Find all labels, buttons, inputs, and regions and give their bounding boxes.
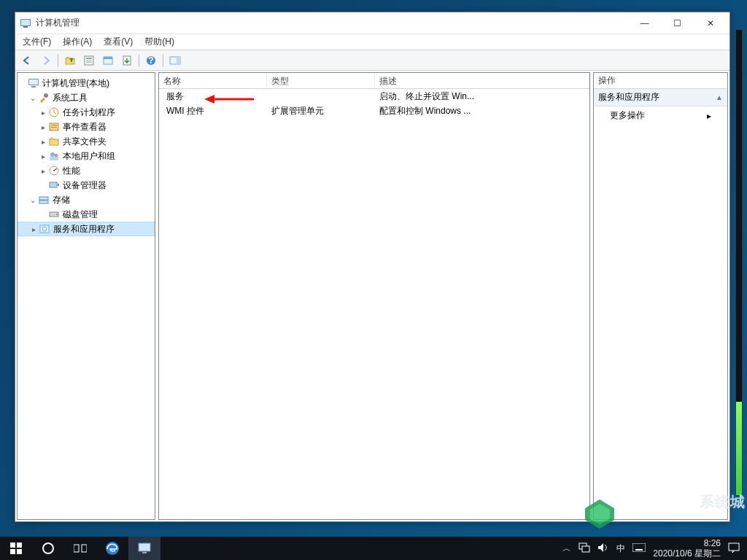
tree-label: 事件查看器 bbox=[63, 121, 107, 133]
minimize-button[interactable]: — bbox=[628, 13, 661, 34]
column-desc[interactable]: 描述 bbox=[375, 73, 589, 88]
tree-shared-folders[interactable]: ▸共享文件夹 bbox=[18, 134, 155, 149]
toolbar-back-button[interactable] bbox=[18, 52, 36, 69]
tree-performance[interactable]: ▸性能 bbox=[18, 163, 155, 178]
ime-indicator[interactable]: 中 bbox=[616, 542, 625, 555]
maximize-button[interactable]: ☐ bbox=[661, 13, 694, 34]
tree-device-manager[interactable]: ▸设备管理器 bbox=[18, 178, 155, 192]
tree-label: 服务和应用程序 bbox=[53, 223, 115, 236]
keyboard-icon[interactable] bbox=[632, 543, 646, 554]
svg-rect-56 bbox=[82, 545, 87, 552]
list-cell: 服务 bbox=[166, 90, 184, 103]
svg-point-54 bbox=[43, 543, 53, 553]
tree-label: 存储 bbox=[53, 194, 70, 206]
tree-system-tools[interactable]: ⌄ 系统工具 bbox=[18, 90, 155, 105]
menu-file[interactable]: 文件(F) bbox=[17, 34, 57, 50]
svg-rect-51 bbox=[17, 542, 22, 548]
actions-section[interactable]: 服务和应用程序 ▲ bbox=[594, 89, 727, 106]
tree-disk-management[interactable]: ▸磁盘管理 bbox=[18, 207, 155, 222]
content-area: ▸ 计算机管理(本地) ⌄ 系统工具 ▸任务计划程序 bbox=[15, 71, 729, 521]
list-body: 服务 启动、终止并设置 Win... WMI 控件 扩展管理单元 配置和控制 W… bbox=[159, 89, 589, 118]
menubar: 文件(F) 操作(A) 查看(V) 帮助(H) bbox=[15, 34, 729, 50]
actions-pane: 操作 服务和应用程序 ▲ 更多操作 ▸ bbox=[593, 72, 728, 520]
tree-services-apps[interactable]: ▸ 服务和应用程序 bbox=[18, 222, 155, 236]
toolbar-separator bbox=[139, 54, 139, 67]
svg-point-34 bbox=[56, 214, 58, 215]
chevron-right-icon[interactable]: ▸ bbox=[38, 109, 48, 117]
svg-text:?: ? bbox=[148, 55, 153, 66]
svg-rect-30 bbox=[58, 184, 59, 186]
svg-rect-16 bbox=[29, 79, 38, 85]
start-button[interactable] bbox=[0, 537, 32, 560]
svg-rect-7 bbox=[86, 62, 92, 63]
svg-rect-31 bbox=[39, 197, 48, 200]
chevron-right-icon[interactable]: ▸ bbox=[38, 123, 48, 131]
list-header: 名称 类型 描述 bbox=[159, 73, 589, 89]
toolbar-separator bbox=[58, 54, 58, 67]
svg-rect-22 bbox=[51, 127, 57, 128]
tree-label: 设备管理器 bbox=[63, 179, 107, 192]
svg-rect-52 bbox=[10, 549, 15, 554]
services-apps-icon bbox=[39, 223, 50, 235]
taskbar-computer-management[interactable] bbox=[128, 537, 160, 560]
list-pane: 名称 类型 描述 服务 启动、终止并设置 Win... WMI 控件 bbox=[158, 72, 590, 520]
chevron-right-icon[interactable]: ▸ bbox=[38, 138, 48, 146]
column-type[interactable]: 类型 bbox=[267, 73, 375, 88]
column-name[interactable]: 名称 bbox=[159, 73, 267, 88]
cortana-button[interactable] bbox=[32, 537, 64, 560]
toolbar-up-button[interactable] bbox=[61, 52, 79, 69]
chevron-down-icon[interactable]: ⌄ bbox=[28, 94, 38, 102]
tree-storage[interactable]: ⌄ 存储 bbox=[18, 192, 155, 207]
tree-label: 共享文件夹 bbox=[63, 136, 107, 148]
tree-event-viewer[interactable]: ▸事件查看器 bbox=[18, 120, 155, 134]
tree-task-scheduler[interactable]: ▸任务计划程序 bbox=[18, 105, 155, 120]
menu-help[interactable]: 帮助(H) bbox=[139, 34, 180, 50]
clock-icon bbox=[48, 106, 60, 118]
chevron-right-icon: ▸ bbox=[707, 111, 711, 121]
menu-action[interactable]: 操作(A) bbox=[57, 34, 98, 50]
task-view-button[interactable] bbox=[64, 537, 96, 560]
toolbar-refresh-button[interactable] bbox=[99, 52, 117, 69]
svg-rect-1 bbox=[23, 26, 28, 28]
tree-root[interactable]: ▸ 计算机管理(本地) bbox=[18, 76, 155, 90]
chevron-right-icon[interactable]: ▸ bbox=[28, 225, 39, 233]
toolbar-export-button[interactable] bbox=[118, 52, 136, 69]
svg-rect-63 bbox=[632, 543, 646, 552]
toolbar-properties-button[interactable] bbox=[80, 52, 98, 69]
svg-rect-21 bbox=[51, 125, 57, 125]
list-item-services[interactable]: 服务 启动、终止并设置 Win... bbox=[159, 89, 589, 104]
tools-icon bbox=[38, 92, 50, 104]
svg-rect-61 bbox=[582, 546, 589, 552]
toolbar-help-button[interactable]: ? bbox=[142, 52, 160, 69]
chevron-right-icon[interactable]: ▸ bbox=[38, 167, 48, 175]
tree-local-users[interactable]: ▸本地用户和组 bbox=[18, 149, 155, 163]
svg-rect-59 bbox=[142, 552, 147, 553]
tree-label: 任务计划程序 bbox=[63, 106, 115, 119]
tree-label: 本地用户和组 bbox=[63, 150, 115, 163]
network-icon[interactable] bbox=[578, 542, 590, 555]
menu-view[interactable]: 查看(V) bbox=[98, 34, 139, 50]
svg-rect-32 bbox=[39, 201, 48, 203]
actions-more[interactable]: 更多操作 ▸ bbox=[594, 106, 727, 125]
taskbar-clock[interactable]: 8:26 2020/10/6 星期二 bbox=[653, 538, 721, 559]
action-center-icon[interactable] bbox=[728, 542, 740, 556]
tray-overflow-icon[interactable]: ︿ bbox=[562, 542, 571, 555]
close-button[interactable]: ✕ bbox=[694, 13, 727, 34]
app-icon bbox=[20, 18, 31, 29]
svg-rect-58 bbox=[139, 543, 150, 551]
computer-icon bbox=[28, 77, 39, 89]
svg-point-28 bbox=[53, 170, 55, 171]
volume-icon[interactable] bbox=[597, 542, 609, 555]
toolbar-forward-button[interactable] bbox=[37, 52, 55, 69]
list-item-wmi[interactable]: WMI 控件 扩展管理单元 配置和控制 Windows ... bbox=[159, 104, 589, 118]
svg-point-18 bbox=[44, 93, 48, 98]
tree-label: 系统工具 bbox=[53, 92, 88, 104]
list-cell: 扩展管理单元 bbox=[271, 105, 324, 117]
chevron-down-icon[interactable]: ⌄ bbox=[28, 196, 38, 204]
toolbar-actions-pane-button[interactable] bbox=[166, 52, 184, 69]
event-icon bbox=[48, 121, 60, 133]
chevron-right-icon[interactable]: ▸ bbox=[38, 152, 48, 160]
disk-icon bbox=[48, 209, 60, 220]
svg-point-25 bbox=[55, 154, 58, 158]
taskbar-edge[interactable] bbox=[96, 537, 128, 560]
